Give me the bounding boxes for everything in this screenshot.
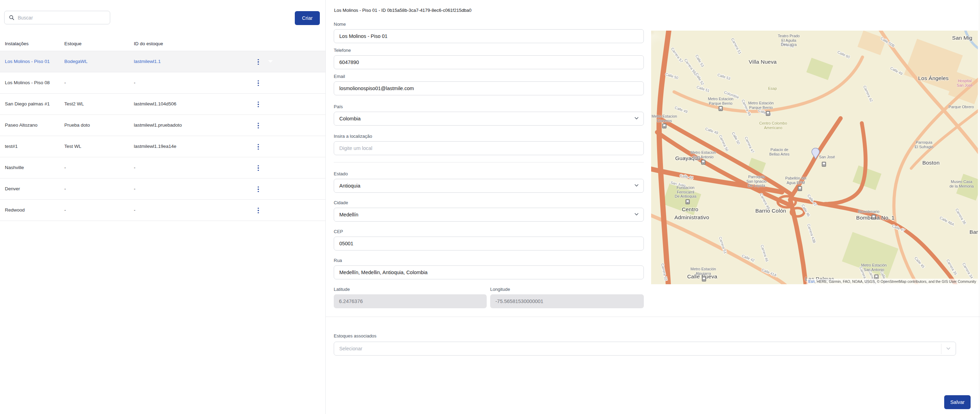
metro-station-icon <box>719 106 723 111</box>
header-instalacoes: Instalações <box>5 41 29 46</box>
latitude-label: Latitude <box>334 287 487 292</box>
nome-input[interactable] <box>334 29 644 43</box>
facility-name[interactable]: Paseo Altozano <box>5 123 38 128</box>
map-poi-label: Parque Obrero <box>949 105 974 109</box>
map-locality-label: Barrio Colón <box>756 208 786 214</box>
table-row[interactable]: San Diego palmas #1 Test2 WL lastmilewl1… <box>0 94 325 115</box>
table-header: Instalações Estoque ID do estoque <box>0 38 325 51</box>
facility-name[interactable]: San Diego palmas #1 <box>5 101 50 107</box>
map-poi-label: HospitalSan José <box>957 78 973 87</box>
row-menu-icon[interactable] <box>256 99 261 109</box>
chevron-down-icon <box>635 213 639 216</box>
facility-name[interactable]: Los Molinos - Piso 08 <box>5 80 50 85</box>
search-box[interactable] <box>4 11 110 24</box>
scrollbar-track[interactable] <box>979 0 979 414</box>
rua-group: Rua <box>334 258 644 279</box>
metro-station-icon <box>662 123 667 129</box>
metro-station-icon <box>702 277 706 282</box>
row-menu-icon[interactable] <box>256 184 261 194</box>
row-menu-icon[interactable] <box>256 206 261 215</box>
cidade-select[interactable]: Medellín <box>334 208 644 222</box>
cidade-value: Medellín <box>339 212 358 217</box>
map-poi-label: Centro ColomboAmericano <box>759 121 787 130</box>
map-poi-label: Metro EstaciónAlpujarra <box>690 267 716 275</box>
form-divider <box>334 162 644 163</box>
map-poi-label: ParroquiaSan IgnacioDe Loyola <box>746 175 767 188</box>
map-poi-label: Esap <box>768 86 776 91</box>
estado-label: Estado <box>334 171 644 176</box>
email-input[interactable] <box>334 82 644 95</box>
pais-select[interactable]: Colombia <box>334 112 644 126</box>
create-button[interactable]: Criar <box>295 11 320 25</box>
pais-value: Colombia <box>339 116 361 121</box>
stock-name[interactable]: BodegaWL <box>64 59 88 64</box>
map-poi-label: Museo Casade la Memoria <box>950 179 974 188</box>
attribution-esri-link[interactable]: Esri <box>808 279 815 283</box>
pais-group: País Colombia <box>334 104 644 126</box>
map-locality-label: Centro <box>682 206 698 213</box>
row-menu-icon[interactable] <box>256 57 261 67</box>
estoques-select[interactable]: Selecionar <box>334 342 956 356</box>
stock-name: Test2 WL <box>64 101 84 107</box>
localizacao-input[interactable] <box>334 141 644 155</box>
facility-name[interactable]: test#1 <box>5 144 18 149</box>
facility-name[interactable]: Redwood <box>5 207 25 213</box>
metro-station-icon <box>822 162 826 167</box>
facility-title: Los Molinos - Piso 01 - ID 0b15a58b-3ca7… <box>334 8 471 13</box>
longitude-label: Longitude <box>490 287 644 292</box>
stock-id[interactable]: lastmilewl1.1 <box>134 59 161 64</box>
table-row[interactable]: Denver - - <box>0 179 325 200</box>
telefone-input[interactable] <box>334 55 644 69</box>
map-pin-icon[interactable] <box>811 148 820 160</box>
longitude-input: -75.56581530000001 <box>490 294 644 308</box>
cidade-label: Cidade <box>334 200 644 205</box>
row-menu-icon[interactable] <box>256 78 261 88</box>
map-poi-label: Metro EstacionParque Berrio <box>708 97 733 105</box>
stock-id: - <box>134 80 135 85</box>
telefone-label: Telefone <box>334 48 644 53</box>
rua-input[interactable] <box>334 265 644 279</box>
search-input[interactable] <box>18 15 110 21</box>
map-poi-label: Palacio deBellas Artes <box>769 147 789 156</box>
estado-group: Estado Antioquia <box>334 171 644 193</box>
table-row[interactable]: Nashville - - <box>0 157 325 179</box>
stock-name: Prueba doto <box>64 123 90 128</box>
map-poi-label: Teatro PradoEl AguilaDescalza <box>778 34 800 47</box>
save-button[interactable]: Salvar <box>944 395 970 409</box>
localizacao-label: Insira a localização <box>334 134 644 139</box>
facility-name[interactable]: Los Molinos - Piso 01 <box>5 59 50 64</box>
search-icon <box>9 15 14 20</box>
row-menu-icon[interactable] <box>256 142 261 152</box>
facility-name[interactable]: Denver <box>5 186 20 191</box>
table-row[interactable]: Paseo Altozano Prueba doto lastmilewl1.p… <box>0 115 325 136</box>
stock-id: lastmilewl1.pruebadoto <box>134 123 182 128</box>
row-menu-icon[interactable] <box>256 163 261 173</box>
stock-id: - <box>134 165 135 170</box>
latitude-group: Latitude 6.2476376 <box>334 287 487 308</box>
rua-label: Rua <box>334 258 644 263</box>
select-separator <box>941 344 942 354</box>
localizacao-group: Insira a localização <box>334 134 644 155</box>
metro-station-icon <box>701 160 706 165</box>
map-locality-label: Los Ángeles <box>918 75 949 82</box>
table-row[interactable]: Los Molinos - Piso 08 - - <box>0 72 325 94</box>
map-poi-label: Metro EstaciónSan Antonio <box>861 263 886 272</box>
map-attribution: Esri, HERE, Garmin, FAO, NOAA, USGS, © O… <box>807 279 978 284</box>
cep-group: CEP <box>334 229 644 251</box>
cep-input[interactable] <box>334 237 644 251</box>
stock-name: - <box>64 80 66 85</box>
table-row[interactable]: Redwood - - <box>0 200 325 221</box>
facility-name[interactable]: Nashville <box>5 165 24 170</box>
table-row[interactable]: Los Molinos - Piso 01 BodegaWL lastmilew… <box>0 51 325 72</box>
map-poi-label: Pabellón delAgua EPM <box>785 176 807 185</box>
map[interactable]: Calle 54Carrera 57Carrera 56BCalle 53Cal… <box>651 30 978 284</box>
stock-id: lastmilewl1.104d506 <box>134 101 176 107</box>
row-menu-icon[interactable] <box>256 121 261 131</box>
table-row[interactable]: test#1 Test WL lastmilewl1.19ea14e <box>0 136 325 157</box>
metro-station-icon <box>766 111 770 116</box>
longitude-group: Longitude -75.56581530000001 <box>490 287 644 308</box>
nome-group: Nome <box>334 22 644 43</box>
panel-divider <box>325 0 326 414</box>
map-poi-label: ParroquiaEl Sufragio <box>915 140 934 149</box>
estado-select[interactable]: Antioquia <box>334 179 644 193</box>
